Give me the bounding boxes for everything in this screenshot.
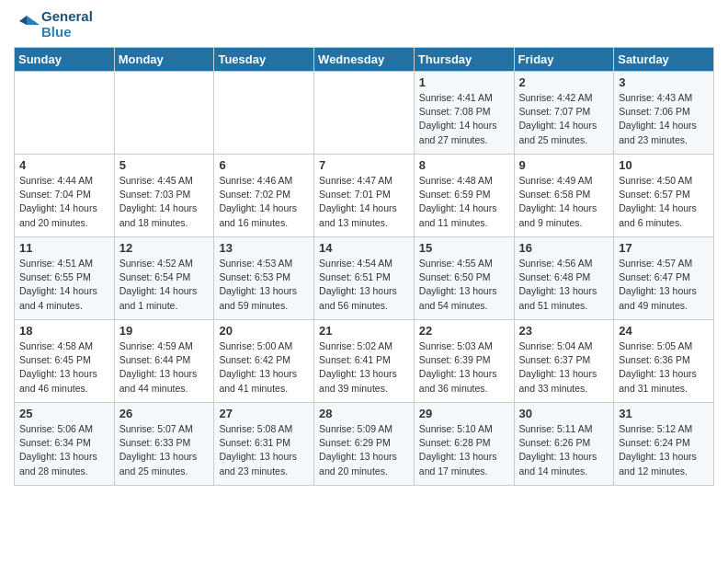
calendar-cell: 23Sunrise: 5:04 AM Sunset: 6:37 PM Dayli… xyxy=(514,320,614,403)
day-info: Sunrise: 5:09 AM Sunset: 6:29 PM Dayligh… xyxy=(319,422,409,478)
calendar-cell: 15Sunrise: 4:55 AM Sunset: 6:50 PM Dayli… xyxy=(414,237,514,320)
column-header-friday: Friday xyxy=(514,48,614,72)
calendar-cell: 2Sunrise: 4:42 AM Sunset: 7:07 PM Daylig… xyxy=(514,72,614,155)
day-number: 7 xyxy=(319,158,409,172)
day-number: 11 xyxy=(19,241,109,255)
day-number: 20 xyxy=(219,324,309,338)
calendar-cell: 9Sunrise: 4:49 AM Sunset: 6:58 PM Daylig… xyxy=(514,155,614,237)
day-info: Sunrise: 4:54 AM Sunset: 6:51 PM Dayligh… xyxy=(319,257,409,313)
svg-marker-1 xyxy=(19,16,27,25)
calendar-cell: 31Sunrise: 5:12 AM Sunset: 6:24 PM Dayli… xyxy=(614,403,714,486)
calendar-cell: 24Sunrise: 5:05 AM Sunset: 6:36 PM Dayli… xyxy=(614,320,714,403)
logo-bird-icon xyxy=(14,12,40,38)
day-info: Sunrise: 4:55 AM Sunset: 6:50 PM Dayligh… xyxy=(419,257,509,313)
day-info: Sunrise: 5:06 AM Sunset: 6:34 PM Dayligh… xyxy=(19,422,109,478)
calendar-cell: 29Sunrise: 5:10 AM Sunset: 6:28 PM Dayli… xyxy=(414,403,514,486)
day-info: Sunrise: 4:41 AM Sunset: 7:08 PM Dayligh… xyxy=(419,91,509,147)
day-info: Sunrise: 4:44 AM Sunset: 7:04 PM Dayligh… xyxy=(19,174,109,230)
day-info: Sunrise: 4:52 AM Sunset: 6:54 PM Dayligh… xyxy=(119,257,210,313)
day-info: Sunrise: 5:08 AM Sunset: 6:31 PM Dayligh… xyxy=(219,422,309,478)
logo-line1: General xyxy=(41,9,93,25)
column-header-thursday: Thursday xyxy=(414,48,514,72)
day-number: 10 xyxy=(619,158,709,172)
day-number: 21 xyxy=(319,324,409,338)
calendar-cell: 1Sunrise: 4:41 AM Sunset: 7:08 PM Daylig… xyxy=(414,72,514,155)
day-info: Sunrise: 4:50 AM Sunset: 6:57 PM Dayligh… xyxy=(619,174,709,230)
day-number: 27 xyxy=(219,407,309,420)
day-info: Sunrise: 5:00 AM Sunset: 6:42 PM Dayligh… xyxy=(219,339,309,396)
calendar-cell: 20Sunrise: 5:00 AM Sunset: 6:42 PM Dayli… xyxy=(214,320,314,403)
day-number: 28 xyxy=(319,407,409,420)
column-header-monday: Monday xyxy=(114,48,214,72)
day-number: 18 xyxy=(19,324,109,338)
day-number: 9 xyxy=(519,158,609,172)
day-number: 8 xyxy=(419,158,509,172)
day-number: 17 xyxy=(619,241,709,255)
calendar-cell: 16Sunrise: 4:56 AM Sunset: 6:48 PM Dayli… xyxy=(514,237,614,320)
calendar-cell: 17Sunrise: 4:57 AM Sunset: 6:47 PM Dayli… xyxy=(614,237,714,320)
day-info: Sunrise: 4:56 AM Sunset: 6:48 PM Dayligh… xyxy=(519,257,609,313)
calendar-cell: 18Sunrise: 4:58 AM Sunset: 6:45 PM Dayli… xyxy=(15,320,115,403)
calendar-cell: 4Sunrise: 4:44 AM Sunset: 7:04 PM Daylig… xyxy=(15,155,115,237)
column-header-sunday: Sunday xyxy=(15,48,115,72)
calendar-cell: 28Sunrise: 5:09 AM Sunset: 6:29 PM Dayli… xyxy=(314,403,415,486)
day-number: 26 xyxy=(119,407,210,420)
calendar-cell: 22Sunrise: 5:03 AM Sunset: 6:39 PM Dayli… xyxy=(414,320,514,403)
calendar-cell: 11Sunrise: 4:51 AM Sunset: 6:55 PM Dayli… xyxy=(15,237,115,320)
day-info: Sunrise: 4:58 AM Sunset: 6:45 PM Dayligh… xyxy=(19,339,109,396)
calendar-cell: 10Sunrise: 4:50 AM Sunset: 6:57 PM Dayli… xyxy=(614,155,714,237)
day-number: 1 xyxy=(419,75,509,89)
calendar-cell: 19Sunrise: 4:59 AM Sunset: 6:44 PM Dayli… xyxy=(114,320,214,403)
day-info: Sunrise: 4:43 AM Sunset: 7:06 PM Dayligh… xyxy=(619,91,709,147)
day-number: 16 xyxy=(519,241,609,255)
day-info: Sunrise: 4:53 AM Sunset: 6:53 PM Dayligh… xyxy=(219,257,309,313)
day-number: 12 xyxy=(119,241,210,255)
day-info: Sunrise: 5:02 AM Sunset: 6:41 PM Dayligh… xyxy=(319,339,409,396)
calendar-cell xyxy=(314,72,415,155)
day-info: Sunrise: 4:42 AM Sunset: 7:07 PM Dayligh… xyxy=(519,91,609,147)
day-number: 5 xyxy=(119,158,210,172)
calendar-cell: 8Sunrise: 4:48 AM Sunset: 6:59 PM Daylig… xyxy=(414,155,514,237)
calendar-cell: 27Sunrise: 5:08 AM Sunset: 6:31 PM Dayli… xyxy=(214,403,314,486)
day-number: 22 xyxy=(419,324,509,338)
page-header: General Blue xyxy=(14,9,714,40)
day-info: Sunrise: 5:05 AM Sunset: 6:36 PM Dayligh… xyxy=(619,339,709,396)
column-header-wednesday: Wednesday xyxy=(314,48,415,72)
day-info: Sunrise: 5:07 AM Sunset: 6:33 PM Dayligh… xyxy=(119,422,210,478)
day-info: Sunrise: 5:11 AM Sunset: 6:26 PM Dayligh… xyxy=(519,422,609,478)
calendar-cell xyxy=(114,72,214,155)
calendar-cell: 14Sunrise: 4:54 AM Sunset: 6:51 PM Dayli… xyxy=(314,237,415,320)
day-info: Sunrise: 4:49 AM Sunset: 6:58 PM Dayligh… xyxy=(519,174,609,230)
calendar-cell: 7Sunrise: 4:47 AM Sunset: 7:01 PM Daylig… xyxy=(314,155,415,237)
day-info: Sunrise: 5:10 AM Sunset: 6:28 PM Dayligh… xyxy=(419,422,509,478)
day-number: 29 xyxy=(419,407,509,420)
logo: General Blue xyxy=(14,9,93,40)
day-number: 24 xyxy=(619,324,709,338)
day-info: Sunrise: 5:03 AM Sunset: 6:39 PM Dayligh… xyxy=(419,339,509,396)
day-number: 15 xyxy=(419,241,509,255)
day-number: 14 xyxy=(319,241,409,255)
day-info: Sunrise: 4:45 AM Sunset: 7:03 PM Dayligh… xyxy=(119,174,210,230)
day-number: 30 xyxy=(519,407,609,420)
day-number: 23 xyxy=(519,324,609,338)
day-info: Sunrise: 4:47 AM Sunset: 7:01 PM Dayligh… xyxy=(319,174,409,230)
day-number: 31 xyxy=(619,407,709,420)
calendar-cell: 5Sunrise: 4:45 AM Sunset: 7:03 PM Daylig… xyxy=(114,155,214,237)
day-number: 3 xyxy=(619,75,709,89)
calendar-cell: 3Sunrise: 4:43 AM Sunset: 7:06 PM Daylig… xyxy=(614,72,714,155)
calendar-cell: 21Sunrise: 5:02 AM Sunset: 6:41 PM Dayli… xyxy=(314,320,415,403)
calendar-cell: 25Sunrise: 5:06 AM Sunset: 6:34 PM Dayli… xyxy=(15,403,115,486)
calendar-cell: 30Sunrise: 5:11 AM Sunset: 6:26 PM Dayli… xyxy=(514,403,614,486)
calendar-cell: 26Sunrise: 5:07 AM Sunset: 6:33 PM Dayli… xyxy=(114,403,214,486)
svg-marker-0 xyxy=(27,16,40,25)
day-info: Sunrise: 4:51 AM Sunset: 6:55 PM Dayligh… xyxy=(19,257,109,313)
logo-text: General Blue xyxy=(14,9,93,40)
calendar-table: SundayMondayTuesdayWednesdayThursdayFrid… xyxy=(14,47,714,486)
day-info: Sunrise: 5:12 AM Sunset: 6:24 PM Dayligh… xyxy=(619,422,709,478)
day-number: 19 xyxy=(119,324,210,338)
day-number: 13 xyxy=(219,241,309,255)
calendar-cell: 13Sunrise: 4:53 AM Sunset: 6:53 PM Dayli… xyxy=(214,237,314,320)
day-info: Sunrise: 4:57 AM Sunset: 6:47 PM Dayligh… xyxy=(619,257,709,313)
day-number: 2 xyxy=(519,75,609,89)
day-number: 6 xyxy=(219,158,309,172)
